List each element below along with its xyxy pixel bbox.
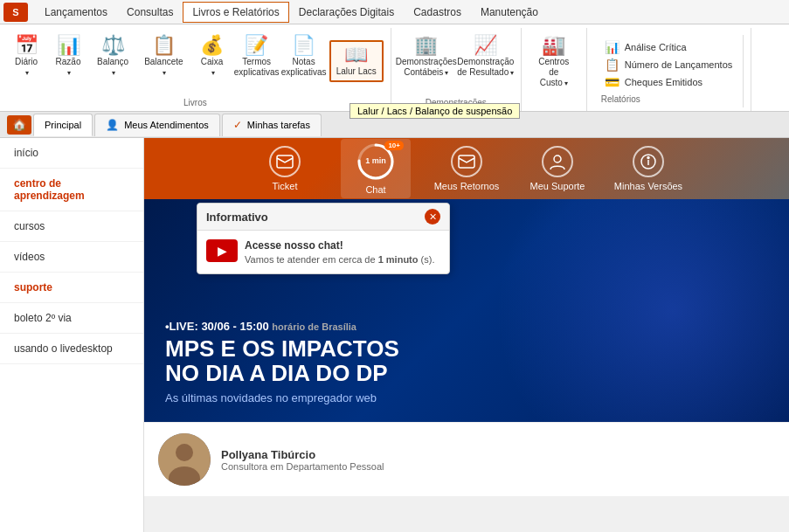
menu-cadastros[interactable]: Cadastros <box>404 2 471 23</box>
razao-icon: 📊 <box>57 36 80 55</box>
centros-icon: 🏭 <box>542 36 565 55</box>
support-retornos[interactable]: Meus Retornos <box>432 146 502 191</box>
ribbon-btn-analise[interactable]: 📊 Análise Crítica <box>601 38 737 56</box>
balanco-label: Balanço▾ <box>97 57 128 78</box>
cheques-label: Cheques Emitidos <box>625 77 702 87</box>
menu-bar: S Lançamentos Consultas Livros e Relatór… <box>0 0 789 24</box>
support-suporte[interactable]: Meu Suporte <box>523 146 592 191</box>
content-area: Informativo ✕ ▶ Acesse nosso chat! Vamos… <box>144 199 789 496</box>
tab-tarefas-label: Minhas tarefas <box>247 120 310 130</box>
ribbon-right-items: 📊 Análise Crítica 📋 Número de Lançamento… <box>594 35 744 107</box>
support-bar: Ticket 1 min 10+ Chat <box>144 138 789 199</box>
popup-close-button[interactable]: ✕ <box>425 209 440 225</box>
tab-atendimentos[interactable]: 👤 Meus Atendimentos <box>94 114 220 136</box>
tab-principal[interactable]: Principal <box>33 114 93 136</box>
sidebar-item-boleto[interactable]: boleto 2º via <box>0 303 143 334</box>
versoes-icon <box>640 153 657 170</box>
ribbon-btn-razao[interactable]: 📊 Razão▾ <box>49 31 87 82</box>
sidebar-item-cursos[interactable]: cursos <box>0 211 143 242</box>
retornos-label: Meus Retornos <box>434 181 500 191</box>
lalur-icon: 📖 <box>344 45 368 65</box>
dem-resultado-label: Demonstração de Resultado▾ <box>457 57 514 78</box>
ticket-icon <box>276 155 294 169</box>
support-ticket[interactable]: Ticket <box>250 146 320 191</box>
razao-label: Razão▾ <box>56 57 81 78</box>
menu-declaracoes[interactable]: Declarações Digitais <box>289 2 404 23</box>
menu-manutencao[interactable]: Manutenção <box>471 2 548 23</box>
ribbon-btn-cheques[interactable]: 💳 Cheques Emitidos <box>601 73 737 91</box>
support-versoes[interactable]: Minhas Versões <box>613 146 683 191</box>
menu-consultas[interactable]: Consultas <box>117 2 183 23</box>
svg-point-4 <box>554 155 561 162</box>
chat-label: Chat <box>365 184 385 195</box>
popup-text: Acesse nosso chat! Vamos te atender em c… <box>245 239 434 265</box>
profile-title: Consultora em Departamento Pessoal <box>221 461 384 472</box>
centros-label: Centros de Custo▾ <box>535 57 573 88</box>
tab-tarefas[interactable]: ✓ Minhas tarefas <box>222 114 322 136</box>
numero-icon: 📋 <box>605 58 619 72</box>
ticket-label: Ticket <box>273 181 298 191</box>
ribbon-btn-notas[interactable]: 📄 Notas explicativas <box>282 31 326 82</box>
dem-resultado-icon: 📈 <box>474 36 497 55</box>
tab-atendimentos-label: Meus Atendimentos <box>124 120 209 130</box>
tab-principal-label: Principal <box>45 120 81 130</box>
dem-contabeis-icon: 🏢 <box>414 36 438 55</box>
ribbon-btn-balanco[interactable]: ⚖️ Balanço▾ <box>91 31 135 82</box>
ribbon-group-centros-label <box>552 94 555 107</box>
popup-text-title: Acesse nosso chat! <box>245 239 434 252</box>
relatorios-label: Relatórios <box>601 91 737 104</box>
balancete-label: Balancete▾ <box>144 57 183 78</box>
ribbon-btn-centros[interactable]: 🏭 Centros de Custo▾ <box>529 31 579 93</box>
ribbon-tooltip: Lalur / Lacs / Balanço de suspensão <box>350 103 520 119</box>
profile-avatar <box>158 433 211 486</box>
youtube-icon: ▶ <box>206 239 238 262</box>
popup-time-text: 1 minuto <box>378 254 419 265</box>
diario-label: Diário▾ <box>15 57 38 78</box>
sidebar-item-centro[interactable]: centro de aprendizagem <box>0 169 143 211</box>
popup-title: Informativo <box>206 211 268 224</box>
ribbon-btn-termos[interactable]: 📝 Termos explicativas <box>235 31 279 82</box>
sidebar-item-videos[interactable]: vídeos <box>0 242 143 273</box>
ribbon-group-centros: 🏭 Centros de Custo▾ <box>522 28 587 111</box>
popup-text-body: Vamos te atender em cerca de 1 minuto (s… <box>245 254 434 265</box>
ribbon-btn-caixa[interactable]: 💰 Caixa▾ <box>193 31 232 82</box>
tab-home[interactable]: 🏠 <box>7 115 31 135</box>
suporte-icon <box>549 153 566 170</box>
profile-name: Pollyana Tibúrcio <box>221 448 384 461</box>
menu-livros[interactable]: Livros e Relatórios <box>183 2 288 23</box>
ribbon-btn-diario[interactable]: 📅 Diário▾ <box>7 31 45 82</box>
sidebar-item-livedesktop[interactable]: usando o livedesktop <box>0 334 143 364</box>
svg-rect-0 <box>277 155 293 168</box>
chat-timer-value: 1 min <box>365 157 386 166</box>
ribbon-group-livros: 📅 Diário▾ 📊 Razão▾ ⚖️ Balanço▾ 📋 Balance… <box>0 28 391 111</box>
ribbon-items-centros: 🏭 Centros de Custo▾ <box>529 31 579 93</box>
versoes-label: Minhas Versões <box>614 181 682 191</box>
sidebar-item-inicio[interactable]: início <box>0 138 143 169</box>
ribbon-group-relatorios: 📊 Análise Crítica 📋 Número de Lançamento… <box>587 28 752 111</box>
cheques-icon: 💳 <box>605 75 619 89</box>
tab-atendimentos-icon: 👤 <box>106 119 119 131</box>
ribbon-btn-balancete[interactable]: 📋 Balancete▾ <box>138 31 189 82</box>
chat-badge: 10+ <box>384 141 404 150</box>
popup-body-text: Vamos te atender em cerca de <box>245 254 378 265</box>
popup-body: ▶ Acesse nosso chat! Vamos te atender em… <box>197 231 449 273</box>
ribbon-btn-dem-resultado[interactable]: 📈 Demonstração de Resultado▾ <box>458 31 514 82</box>
ribbon-btn-lalur[interactable]: 📖 Lalur Lacs <box>329 40 384 82</box>
ribbon-items-demonstracoes: 🏢 Demonstrações Contábeis▾ 📈 Demonstraçã… <box>398 31 514 82</box>
versoes-icon-circle <box>633 146 664 177</box>
retornos-icon-circle <box>451 146 482 177</box>
caixa-label: Caixa▾ <box>201 57 224 78</box>
live-suffix: horário de Brasília <box>272 321 356 332</box>
support-chat[interactable]: 1 min 10+ Chat <box>341 139 411 198</box>
sidebar-item-suporte[interactable]: suporte <box>0 273 143 303</box>
dem-contabeis-label: Demonstrações Contábeis▾ <box>396 57 457 78</box>
popup-suffix-text: (s). <box>421 254 435 265</box>
ribbon-btn-numero[interactable]: 📋 Número de Lançamentos <box>601 56 737 73</box>
ribbon-btn-dem-contabeis[interactable]: 🏢 Demonstrações Contábeis▾ <box>398 31 454 82</box>
numero-label: Número de Lançamentos <box>625 59 733 70</box>
menu-lancamentos[interactable]: Lançamentos <box>35 2 117 23</box>
svg-point-9 <box>176 444 193 461</box>
ribbon-group-demonstracoes: 🏢 Demonstrações Contábeis▾ 📈 Demonstraçã… <box>391 28 522 111</box>
ribbon-items-livros: 📅 Diário▾ 📊 Razão▾ ⚖️ Balanço▾ 📋 Balance… <box>7 31 384 82</box>
ticket-icon-circle <box>269 146 301 177</box>
